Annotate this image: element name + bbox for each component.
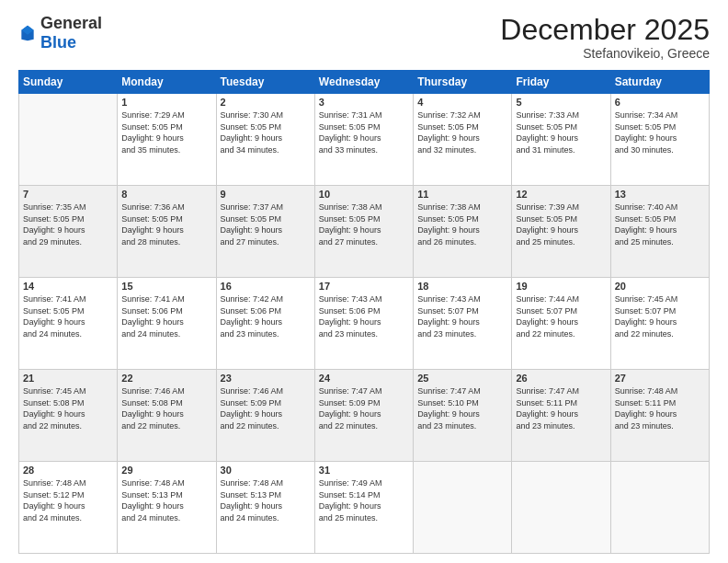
calendar-cell: 12Sunrise: 7:39 AMSunset: 5:05 PMDayligh… — [512, 186, 610, 278]
calendar-cell: 7Sunrise: 7:35 AMSunset: 5:05 PMDaylight… — [19, 186, 118, 278]
day-number: 11 — [417, 189, 507, 200]
day-number: 2 — [221, 97, 311, 108]
day-number: 4 — [417, 97, 507, 108]
calendar-table: SundayMondayTuesdayWednesdayThursdayFrid… — [18, 70, 710, 554]
calendar-cell: 6Sunrise: 7:34 AMSunset: 5:05 PMDaylight… — [610, 94, 709, 186]
day-header-wednesday: Wednesday — [314, 71, 413, 94]
day-header-friday: Friday — [512, 71, 610, 94]
day-header-sunday: Sunday — [19, 71, 118, 94]
day-info: Sunrise: 7:34 AMSunset: 5:05 PMDaylight:… — [615, 109, 705, 155]
calendar-cell: 2Sunrise: 7:30 AMSunset: 5:05 PMDaylight… — [216, 94, 314, 186]
day-info: Sunrise: 7:43 AMSunset: 5:06 PMDaylight:… — [319, 293, 409, 339]
day-number: 30 — [221, 465, 311, 476]
day-info: Sunrise: 7:48 AMSunset: 5:12 PMDaylight:… — [23, 477, 113, 523]
day-info: Sunrise: 7:47 AMSunset: 5:11 PMDaylight:… — [516, 385, 606, 431]
day-info: Sunrise: 7:47 AMSunset: 5:09 PMDaylight:… — [319, 385, 409, 431]
day-number: 28 — [23, 465, 113, 476]
day-info: Sunrise: 7:47 AMSunset: 5:10 PMDaylight:… — [417, 385, 507, 431]
day-number: 6 — [615, 97, 705, 108]
calendar-cell: 20Sunrise: 7:45 AMSunset: 5:07 PMDayligh… — [610, 278, 709, 370]
day-info: Sunrise: 7:43 AMSunset: 5:07 PMDaylight:… — [417, 293, 507, 339]
calendar-cell: 4Sunrise: 7:32 AMSunset: 5:05 PMDaylight… — [414, 94, 512, 186]
calendar-cell: 17Sunrise: 7:43 AMSunset: 5:06 PMDayligh… — [314, 278, 413, 370]
page: General Blue December 2025 Stefanovikeio… — [0, 0, 728, 563]
title-block: December 2025 Stefanovikeio, Greece — [500, 14, 710, 61]
calendar-cell: 16Sunrise: 7:42 AMSunset: 5:06 PMDayligh… — [216, 278, 314, 370]
calendar-cell: 31Sunrise: 7:49 AMSunset: 5:14 PMDayligh… — [314, 462, 413, 554]
day-info: Sunrise: 7:30 AMSunset: 5:05 PMDaylight:… — [221, 109, 311, 155]
day-info: Sunrise: 7:48 AMSunset: 5:13 PMDaylight:… — [221, 477, 311, 523]
day-number: 9 — [221, 189, 311, 200]
logo-icon — [18, 24, 37, 42]
header: General Blue December 2025 Stefanovikeio… — [18, 14, 710, 61]
day-info: Sunrise: 7:37 AMSunset: 5:05 PMDaylight:… — [221, 201, 311, 247]
calendar-cell — [512, 462, 610, 554]
day-number: 8 — [121, 189, 211, 200]
day-number: 13 — [615, 189, 705, 200]
day-info: Sunrise: 7:45 AMSunset: 5:07 PMDaylight:… — [615, 293, 705, 339]
logo-general: General — [40, 14, 102, 32]
calendar-cell: 9Sunrise: 7:37 AMSunset: 5:05 PMDaylight… — [216, 186, 314, 278]
day-info: Sunrise: 7:41 AMSunset: 5:05 PMDaylight:… — [23, 293, 113, 339]
day-info: Sunrise: 7:29 AMSunset: 5:05 PMDaylight:… — [121, 109, 211, 155]
day-number: 31 — [319, 465, 409, 476]
day-number: 24 — [319, 373, 409, 384]
day-info: Sunrise: 7:33 AMSunset: 5:05 PMDaylight:… — [516, 109, 606, 155]
day-info: Sunrise: 7:48 AMSunset: 5:13 PMDaylight:… — [121, 477, 211, 523]
day-number: 1 — [121, 97, 211, 108]
logo: General Blue — [18, 14, 102, 52]
day-info: Sunrise: 7:38 AMSunset: 5:05 PMDaylight:… — [319, 201, 409, 247]
day-info: Sunrise: 7:39 AMSunset: 5:05 PMDaylight:… — [516, 201, 606, 247]
day-info: Sunrise: 7:41 AMSunset: 5:06 PMDaylight:… — [121, 293, 211, 339]
day-info: Sunrise: 7:36 AMSunset: 5:05 PMDaylight:… — [121, 201, 211, 247]
day-info: Sunrise: 7:46 AMSunset: 5:08 PMDaylight:… — [121, 385, 211, 431]
day-number: 20 — [615, 281, 705, 292]
day-number: 27 — [615, 373, 705, 384]
day-header-monday: Monday — [118, 71, 216, 94]
day-number: 21 — [23, 373, 113, 384]
calendar-cell: 18Sunrise: 7:43 AMSunset: 5:07 PMDayligh… — [414, 278, 512, 370]
calendar-cell: 8Sunrise: 7:36 AMSunset: 5:05 PMDaylight… — [118, 186, 216, 278]
calendar-cell: 13Sunrise: 7:40 AMSunset: 5:05 PMDayligh… — [610, 186, 709, 278]
day-number: 16 — [221, 281, 311, 292]
day-info: Sunrise: 7:32 AMSunset: 5:05 PMDaylight:… — [417, 109, 507, 155]
day-info: Sunrise: 7:49 AMSunset: 5:14 PMDaylight:… — [319, 477, 409, 523]
day-info: Sunrise: 7:45 AMSunset: 5:08 PMDaylight:… — [23, 385, 113, 431]
calendar-cell: 23Sunrise: 7:46 AMSunset: 5:09 PMDayligh… — [216, 370, 314, 462]
calendar-cell: 25Sunrise: 7:47 AMSunset: 5:10 PMDayligh… — [414, 370, 512, 462]
day-number: 15 — [121, 281, 211, 292]
day-info: Sunrise: 7:31 AMSunset: 5:05 PMDaylight:… — [319, 109, 409, 155]
calendar-cell: 19Sunrise: 7:44 AMSunset: 5:07 PMDayligh… — [512, 278, 610, 370]
location-subtitle: Stefanovikeio, Greece — [500, 46, 710, 61]
day-info: Sunrise: 7:44 AMSunset: 5:07 PMDaylight:… — [516, 293, 606, 339]
day-number: 7 — [23, 189, 113, 200]
calendar-cell: 10Sunrise: 7:38 AMSunset: 5:05 PMDayligh… — [314, 186, 413, 278]
calendar-cell — [414, 462, 512, 554]
day-number: 5 — [516, 97, 606, 108]
calendar-cell: 1Sunrise: 7:29 AMSunset: 5:05 PMDaylight… — [118, 94, 216, 186]
calendar-cell: 28Sunrise: 7:48 AMSunset: 5:12 PMDayligh… — [19, 462, 118, 554]
calendar-cell: 21Sunrise: 7:45 AMSunset: 5:08 PMDayligh… — [19, 370, 118, 462]
calendar-cell: 3Sunrise: 7:31 AMSunset: 5:05 PMDaylight… — [314, 94, 413, 186]
day-number: 10 — [319, 189, 409, 200]
day-number: 23 — [221, 373, 311, 384]
day-header-tuesday: Tuesday — [216, 71, 314, 94]
day-number: 22 — [121, 373, 211, 384]
day-info: Sunrise: 7:35 AMSunset: 5:05 PMDaylight:… — [23, 201, 113, 247]
day-info: Sunrise: 7:46 AMSunset: 5:09 PMDaylight:… — [221, 385, 311, 431]
day-header-thursday: Thursday — [414, 71, 512, 94]
day-number: 12 — [516, 189, 606, 200]
day-number: 14 — [23, 281, 113, 292]
day-info: Sunrise: 7:40 AMSunset: 5:05 PMDaylight:… — [615, 201, 705, 247]
calendar-cell: 29Sunrise: 7:48 AMSunset: 5:13 PMDayligh… — [118, 462, 216, 554]
day-number: 3 — [319, 97, 409, 108]
month-title: December 2025 — [500, 14, 710, 46]
day-number: 26 — [516, 373, 606, 384]
day-number: 18 — [417, 281, 507, 292]
day-number: 19 — [516, 281, 606, 292]
calendar-cell: 11Sunrise: 7:38 AMSunset: 5:05 PMDayligh… — [414, 186, 512, 278]
calendar-cell: 26Sunrise: 7:47 AMSunset: 5:11 PMDayligh… — [512, 370, 610, 462]
day-info: Sunrise: 7:38 AMSunset: 5:05 PMDaylight:… — [417, 201, 507, 247]
calendar-cell — [19, 94, 118, 186]
calendar-cell: 5Sunrise: 7:33 AMSunset: 5:05 PMDaylight… — [512, 94, 610, 186]
